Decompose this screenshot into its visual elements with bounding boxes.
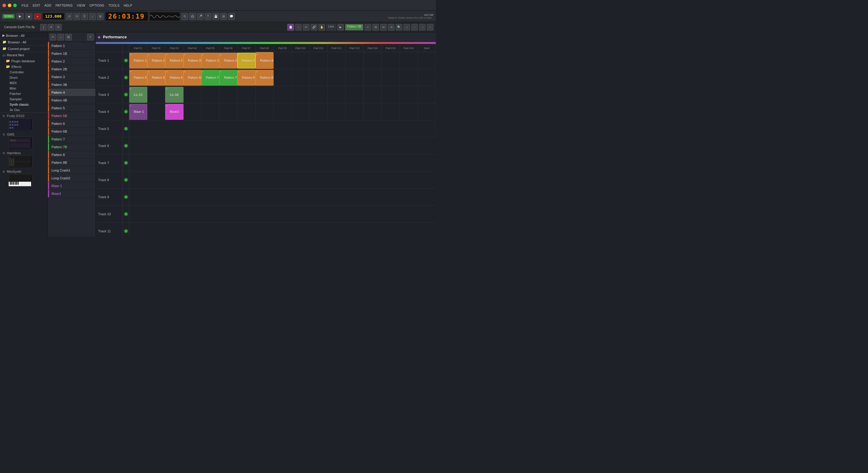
playlist-magnet-icon[interactable]: ↔ <box>58 34 64 40</box>
cell-1-17[interactable] <box>418 52 436 69</box>
pattern-item-4b[interactable]: Pattern 4B <box>48 96 95 104</box>
close-x-t3-1-icon[interactable]: × <box>130 87 131 90</box>
cell-3-7[interactable] <box>237 86 255 103</box>
cell-4-6[interactable] <box>219 103 237 120</box>
cell-4-7[interactable] <box>237 103 255 120</box>
cell-4-14[interactable] <box>364 103 382 120</box>
block-pattern1[interactable]: × Pattern 1 <box>129 53 147 68</box>
close-x-4-icon[interactable]: × <box>238 53 240 56</box>
cell-3-15[interactable] <box>382 86 400 103</box>
plugin-fruity-dx10[interactable]: ⚙ Fruity DX10 <box>0 113 48 131</box>
cell-4-16[interactable] <box>400 103 418 120</box>
sidebar-item-generators[interactable]: 📂 Effects <box>0 64 48 69</box>
block-t3-loh1[interactable]: × Lo..h1 <box>129 87 147 103</box>
close-x-t4-2-icon[interactable]: × <box>166 105 167 107</box>
pattern-add-icon[interactable]: + <box>365 24 371 31</box>
cell-2-17[interactable] <box>418 69 436 86</box>
pattern-item-1[interactable]: Pattern 1 <box>48 42 95 50</box>
menu-options[interactable]: OPTIONS <box>90 4 104 7</box>
cell-1-10[interactable] <box>291 52 309 69</box>
pattern-dropdown[interactable]: Pattern 5B <box>345 24 363 31</box>
close-x-t2-8b-icon[interactable]: × <box>256 70 258 73</box>
loop2-icon[interactable]: ⟳ <box>74 13 80 20</box>
sidebar-item-misc[interactable]: Misc <box>0 86 48 91</box>
tempo-display[interactable]: 123.000 <box>43 13 64 20</box>
download-icon[interactable]: ↓ <box>427 24 433 31</box>
pattern-item-6b[interactable]: Pattern 6B <box>48 127 95 135</box>
zoom-icon[interactable]: 🔍 <box>396 24 402 31</box>
mic-icon[interactable]: 🎤 <box>197 13 204 20</box>
menu-help[interactable]: HELP <box>124 4 132 7</box>
cell-11-empty[interactable] <box>129 223 436 237</box>
pad-13[interactable]: Pad #13 <box>346 44 364 52</box>
close-x-t2-6-icon[interactable]: × <box>166 70 167 73</box>
sidebar-item-synth-classic[interactable]: Synth classic <box>0 102 48 107</box>
block-t2-pattern8b[interactable]: × Pattern 8B <box>256 70 274 86</box>
sidebar-item-sampler[interactable]: Sampler <box>0 96 48 102</box>
menu-file[interactable]: FILE <box>22 4 28 7</box>
recent-files-header[interactable]: 📁 Current project <box>0 46 48 52</box>
cell-4-11[interactable] <box>309 103 328 120</box>
close-x-2b-icon[interactable]: × <box>184 53 186 56</box>
close-x-1b-icon[interactable]: × <box>148 53 149 56</box>
power-icon[interactable]: ⏻ <box>189 13 196 20</box>
pattern-item-long-crash1[interactable]: Long Crash1 <box>48 167 95 174</box>
close-x-t2-5-icon[interactable]: × <box>130 70 131 73</box>
menu-edit[interactable]: EDIT <box>33 4 40 7</box>
pattern-item-4[interactable]: Pattern 4 <box>48 89 95 96</box>
cell-3-17[interactable] <box>418 86 436 103</box>
pad-14[interactable]: Pad #14 <box>364 44 382 52</box>
pattern-item-7[interactable]: Pattern 7 <box>48 135 95 143</box>
close-x-icon[interactable]: × <box>130 53 131 56</box>
block-pattern3[interactable]: × Pattern 3 <box>202 53 219 68</box>
connect-icon[interactable]: → <box>295 24 302 31</box>
block-t4-riser2[interactable]: × Riser2 <box>165 104 183 120</box>
cell-2-10[interactable] <box>291 69 309 86</box>
cell-4-9[interactable] <box>274 103 291 120</box>
refresh-icon[interactable]: ↻ <box>181 13 188 20</box>
pattern-item-2[interactable]: Pattern 2 <box>48 57 95 65</box>
playlist-link-icon[interactable]: ⛓ <box>65 34 72 40</box>
cell-1-14[interactable] <box>364 52 382 69</box>
cell-4-12[interactable] <box>328 103 346 120</box>
cell-8-empty[interactable] <box>129 172 436 188</box>
pattern-item-7b[interactable]: Pattern 7B <box>48 143 95 151</box>
pad-9[interactable]: Pad #9 <box>274 44 291 52</box>
split-icon[interactable]: ⇔ <box>380 24 387 31</box>
arrow-l-icon[interactable]: ← <box>411 24 418 31</box>
song-button[interactable]: SONG <box>2 14 15 19</box>
mini-icon-1[interactable]: | <box>40 24 47 31</box>
block-t2-pattern6[interactable]: × Pattern 6 <box>165 70 183 86</box>
arrow-r-icon[interactable]: → <box>419 24 426 31</box>
close-x-t2-7-icon[interactable]: × <box>202 70 204 73</box>
stop-button[interactable]: ■ <box>26 13 32 20</box>
close-x-t4-1-icon[interactable]: × <box>130 105 131 107</box>
cell-1-16[interactable] <box>400 52 418 69</box>
pad-8[interactable]: Pad #8 <box>256 44 274 52</box>
bars-icon[interactable]: 3: <box>82 13 88 20</box>
track-trigger-4[interactable] <box>123 103 129 120</box>
cell-3-11[interactable] <box>309 86 328 103</box>
cell-9-empty[interactable] <box>129 188 436 205</box>
mini-icon-3[interactable]: ↻ <box>55 24 62 31</box>
block-t2-pattern7b[interactable]: × Pattern 7B <box>219 70 237 86</box>
pad-3[interactable]: Pad #3 <box>165 44 183 52</box>
cell-2-14[interactable] <box>364 69 382 86</box>
pattern-item-8b[interactable]: Pattern 8B <box>48 159 95 167</box>
question-icon[interactable]: ? <box>205 13 211 20</box>
block-pattern2b[interactable]: × Pattern 2B <box>184 53 202 68</box>
close-x-t2-7b-icon[interactable]: × <box>220 70 221 73</box>
pattern-item-riser1[interactable]: Riser 1 <box>48 182 95 190</box>
block-t2-pattern7[interactable]: × Pattern 7 <box>202 70 219 86</box>
close-x-t2-5b-icon[interactable]: × <box>148 70 149 73</box>
block-t2-pattern5[interactable]: × Pattern 5 <box>129 70 147 86</box>
playlist-grid-icon[interactable]: ≡ <box>50 34 56 40</box>
dup-icon[interactable]: ⧉ <box>372 24 379 31</box>
cell-2-13[interactable] <box>346 69 364 86</box>
pad-1[interactable]: Pad #1 <box>129 44 147 52</box>
cell-3-5[interactable] <box>202 86 219 103</box>
pattern-item-1b[interactable]: Pattern 1B <box>48 50 95 57</box>
track-trigger-5[interactable] <box>123 120 129 137</box>
menu-patterns[interactable]: PATTERNS <box>56 4 73 7</box>
track-trigger-3[interactable] <box>123 86 129 103</box>
